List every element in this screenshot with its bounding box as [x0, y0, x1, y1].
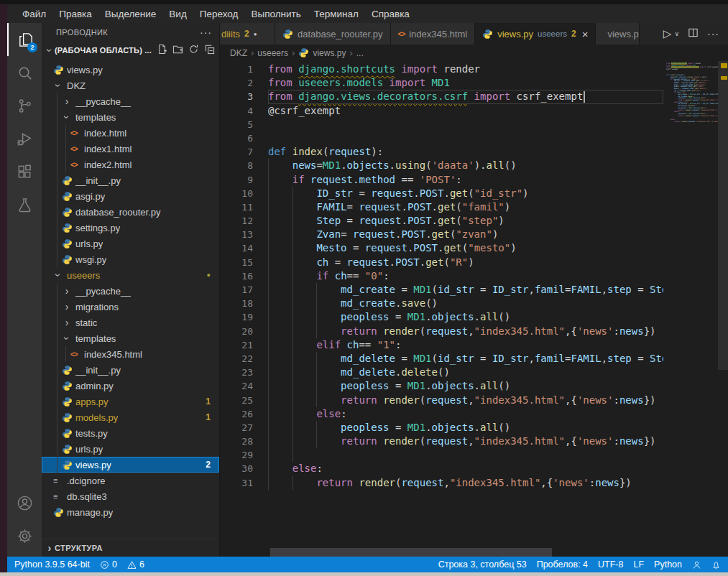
breadcrumb-item[interactable]: views.py	[313, 48, 346, 58]
code-line[interactable]: 28return render(request,"index345.html",…	[220, 435, 663, 448]
code-line[interactable]: 29	[220, 448, 663, 462]
activity-run-debug-icon[interactable]	[7, 122, 42, 155]
code-line[interactable]: 1from django.shortcuts import render	[220, 62, 663, 76]
tree-item-index345.html[interactable]: <>index345.html	[42, 346, 219, 362]
code-line[interactable]: 13Zvan= request.POST.get("zvan")	[220, 228, 663, 241]
code-line[interactable]: 24peopless = MD1.objects.all()	[220, 379, 663, 393]
more-actions-icon[interactable]: ···	[707, 28, 719, 40]
code-line[interactable]: 31return render(request,"index345.html",…	[220, 476, 663, 490]
tree-item-templates[interactable]: ›templates	[42, 109, 219, 125]
status-item-right-3[interactable]: LF	[633, 559, 644, 570]
code-line[interactable]: 22md_delete = MD1(id_str = ID_str,famil=…	[220, 352, 663, 366]
tree-item-tests.py[interactable]: tests.py	[42, 425, 219, 441]
close-icon[interactable]: ×	[582, 28, 589, 40]
code-line[interactable]: 10ID_str = request.POST.get("id_str")	[220, 187, 663, 200]
tree-item-static[interactable]: ›static	[42, 315, 219, 330]
code-line[interactable]: 17md_create = MD1(id_str = ID_str,famil=…	[220, 283, 663, 297]
activity-settings-icon[interactable]	[7, 519, 42, 552]
tree-item-admin.py[interactable]: admin.py	[42, 378, 219, 394]
code-line[interactable]: 23md_delete.delete()	[220, 366, 663, 379]
code-line[interactable]: 26else:	[220, 407, 663, 421]
status-bell-right-6[interactable]	[711, 560, 721, 570]
menu-item-go[interactable]: Переход	[193, 9, 245, 19]
menu-item-view[interactable]: Вид	[162, 9, 193, 19]
code-line[interactable]: 18md_create.save()	[220, 297, 663, 310]
tab-database_roouter.py[interactable]: database_roouter.py	[275, 23, 391, 45]
vertical-scrollbar[interactable]	[718, 61, 728, 370]
code-line[interactable]: 30else:	[220, 462, 663, 475]
code-editor[interactable]: 1from django.shortcuts import render2fro…	[220, 61, 663, 557]
activity-extensions-icon[interactable]	[7, 155, 42, 188]
overview-ruler[interactable]	[718, 61, 728, 557]
code-line[interactable]: 25return render(request,"index345.html",…	[220, 394, 663, 407]
status-item-right-2[interactable]: UTF-8	[598, 559, 623, 570]
code-line[interactable]: 3from django.views.decorators.csrf impor…	[220, 90, 663, 103]
code-line[interactable]: 5	[220, 118, 663, 131]
tree-item-index.html[interactable]: <>index.html	[42, 125, 219, 141]
tab-views.py[interactable]: views.pyuseeers2×	[475, 23, 596, 45]
tree-item-.dcignore[interactable]: ≡.dcignore	[42, 473, 219, 488]
code-line[interactable]: 16if ch== "0":	[220, 269, 663, 283]
workspace-section-header[interactable]: › (РАБОЧАЯ ОБЛАСТЬ) ...	[42, 42, 219, 59]
new-folder-icon[interactable]	[172, 44, 183, 57]
status-item-right-4[interactable]: Python	[654, 559, 682, 570]
code-line[interactable]: 8news=MD1.objects.using('daata').all()	[220, 159, 663, 172]
explorer-more-icon[interactable]: ···	[200, 27, 212, 38]
collapse-all-icon[interactable]	[204, 44, 215, 57]
tree-item-__pycache__[interactable]: ›__pycache__	[42, 283, 219, 299]
menu-item-terminal[interactable]: Терминал	[308, 9, 365, 19]
structure-section-header[interactable]: › СТРУКТУРА	[42, 539, 219, 557]
tree-item-apps.py[interactable]: apps.py1	[42, 394, 219, 409]
code-line[interactable]: 15ch = request.POST.get("R")	[220, 256, 663, 269]
tree-item-views.py[interactable]: views.py	[42, 62, 219, 78]
refresh-icon[interactable]	[188, 44, 199, 57]
code-line[interactable]: 19peopless = MD1.objects.all()	[220, 310, 663, 324]
breadcrumb-item[interactable]: DKZ	[230, 48, 247, 58]
code-line[interactable]: 6	[220, 131, 663, 145]
status-error-left-1[interactable]: 0	[100, 559, 117, 570]
status-item-right-0[interactable]: Строка 3, столбец 53	[438, 559, 527, 570]
status-warning-left-2[interactable]: 6	[127, 559, 144, 570]
tree-item-migrations[interactable]: ›migrations	[42, 299, 219, 315]
tree-item-useeers[interactable]: ›useeers●	[42, 267, 219, 283]
tree-item-settings.py[interactable]: settings.py	[42, 220, 219, 236]
code-line[interactable]: 21elif ch== "1":	[220, 338, 663, 352]
tab-views.py[interactable]: views.py	[596, 23, 640, 45]
menu-item-help[interactable]: Справка	[365, 9, 416, 19]
tree-item-wsgi.py[interactable]: wsgi.py	[42, 251, 219, 267]
status-item-left-0[interactable]: Python 3.9.5 64-bit	[14, 559, 90, 570]
split-editor-icon[interactable]	[688, 27, 699, 41]
breadcrumb-item[interactable]: useeers	[257, 48, 288, 58]
code-line[interactable]: 4@csrf_exempt	[220, 104, 663, 118]
code-line[interactable]: 27peopless = MD1.objects.all()	[220, 421, 663, 435]
activity-search-icon[interactable]	[7, 56, 42, 89]
tree-item-views.py[interactable]: views.py2	[42, 457, 219, 473]
code-line[interactable]: 12Step = request.POST.get("step")	[220, 214, 663, 228]
run-button[interactable]: ▷	[663, 27, 672, 40]
status-feedback-right-5[interactable]	[692, 560, 701, 570]
tree-item-__pycache__[interactable]: ›__pycache__	[42, 93, 219, 109]
horizontal-scrollbar[interactable]	[270, 548, 552, 557]
tree-item-index2.html[interactable]: <>index2.html	[42, 157, 219, 172]
code-line[interactable]: 14Mesto = request.POST.get("mesto")	[220, 241, 663, 255]
code-line[interactable]: 2from useeers.models import MD1	[220, 76, 663, 90]
activity-source-control-icon[interactable]	[7, 89, 42, 122]
minimap[interactable]: from django.shortcuts import renderfrom …	[663, 61, 718, 557]
tree-item-asgi.py[interactable]: asgi.py	[42, 188, 219, 204]
menu-item-run[interactable]: Выполнить	[244, 9, 307, 19]
new-file-icon[interactable]	[157, 44, 167, 57]
breadcrumb[interactable]: DKZ›useeers›views.py›...	[220, 45, 728, 61]
tree-item-urls.py[interactable]: urls.py	[42, 441, 219, 457]
tree-item-index1.html[interactable]: <>index1.html	[42, 141, 219, 157]
tree-item-__init__.py[interactable]: __init__.py	[42, 362, 219, 378]
menu-item-edit[interactable]: Правка	[52, 9, 98, 19]
tree-item-DKZ[interactable]: ›DKZ	[42, 78, 219, 93]
activity-testing-icon[interactable]	[7, 188, 42, 221]
menu-item-file[interactable]: Файл	[16, 9, 52, 19]
status-item-right-1[interactable]: Пробелов: 4	[537, 559, 588, 570]
tab-index345.html[interactable]: <>index345.html	[391, 23, 476, 45]
tab-diiits[interactable]: diiits2●	[220, 23, 275, 45]
tree-item-templates[interactable]: ›templates	[42, 330, 219, 346]
activity-account-icon[interactable]	[7, 486, 42, 519]
chevron-down-icon[interactable]: ∨	[674, 30, 679, 37]
